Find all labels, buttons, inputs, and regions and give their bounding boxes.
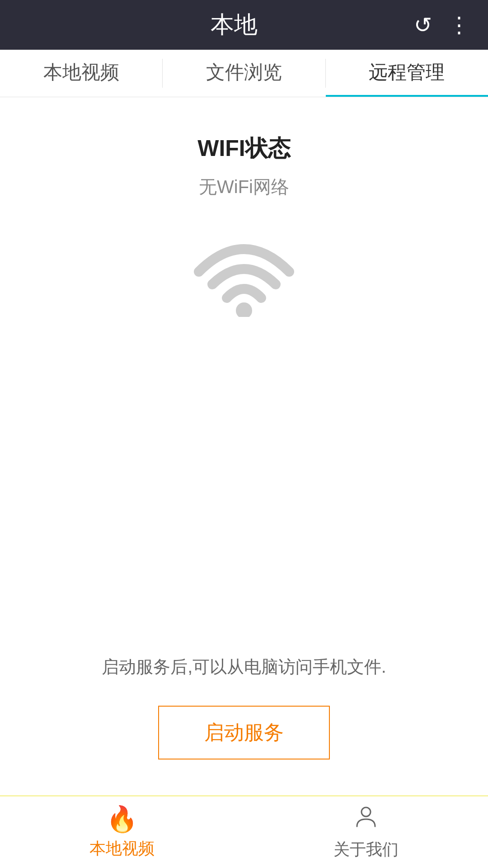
nav-about-us-label: 关于我们 [333,839,399,861]
service-hint: 启动服务后,可以从电脑访问手机文件. [102,656,386,679]
nav-about-us[interactable]: 关于我们 [244,804,488,861]
wifi-icon [190,226,298,317]
user-icon [353,804,379,835]
wifi-status-title: WIFI状态 [197,133,291,164]
nav-local-video-label: 本地视频 [89,838,155,860]
tab-file-browser[interactable]: 文件浏览 [163,50,325,97]
fire-icon: 🔥 [106,804,138,834]
refresh-icon[interactable]: ↺ [414,12,432,38]
main-content: WIFI状态 无WiFi网络 启动服务后,可以从电脑访问手机文件. 启动服务 [0,97,488,796]
nav-local-video[interactable]: 🔥 本地视频 [0,804,244,860]
tab-local-video[interactable]: 本地视频 [0,50,162,97]
more-icon[interactable]: ⋮ [448,12,470,38]
header-actions: ↺ ⋮ [414,12,470,38]
tab-bar: 本地视频 文件浏览 远程管理 [0,50,488,97]
header: 本地 ↺ ⋮ [0,0,488,50]
wifi-icon-container [190,226,298,319]
tab-remote-manage[interactable]: 远程管理 [326,50,488,97]
header-title: 本地 [211,9,258,41]
bottom-nav: 🔥 本地视频 关于我们 [0,796,488,868]
svg-point-0 [236,302,252,317]
svg-point-1 [361,807,371,816]
start-service-button[interactable]: 启动服务 [158,706,330,760]
wifi-status-sub: 无WiFi网络 [199,175,289,199]
